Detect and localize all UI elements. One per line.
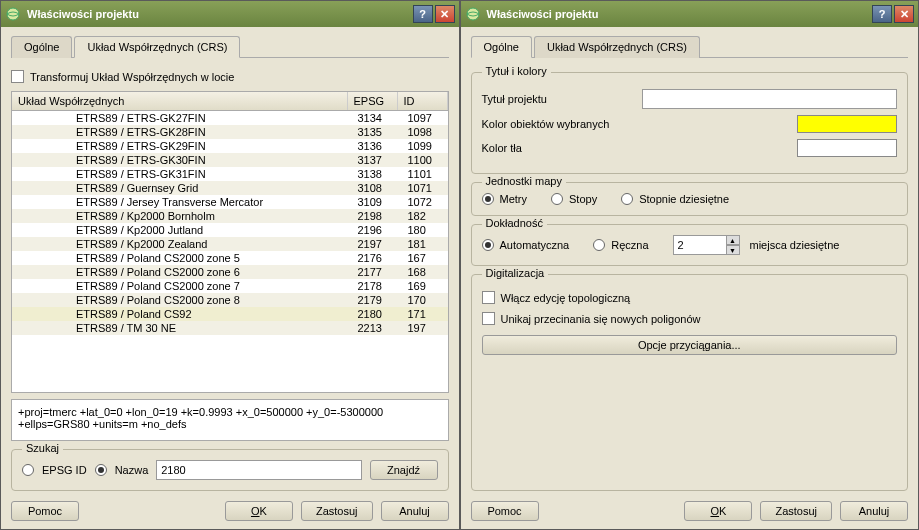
cancel-button[interactable]: Anuluj — [840, 501, 908, 521]
cell-name: ETRS89 / Kp2000 Jutland — [12, 223, 352, 237]
cell-name: ETRS89 / Poland CS2000 zone 5 — [12, 251, 352, 265]
transform-checkbox-row: Transformuj Układ Współrzędnych w locie — [11, 70, 449, 83]
background-color-swatch[interactable] — [797, 139, 897, 157]
table-row[interactable]: ETRS89 / Kp2000 Bornholm2198182 — [12, 209, 448, 223]
dialog-general: Właściwości projektu ? ✕ Ogólne Układ Ws… — [460, 0, 920, 530]
topo-edit-checkbox[interactable] — [482, 291, 495, 304]
radio-decimal[interactable] — [621, 193, 633, 205]
radio-epsg[interactable] — [22, 464, 34, 476]
table-row[interactable]: ETRS89 / ETRS-GK28FIN31351098 — [12, 125, 448, 139]
th-name[interactable]: Układ Współrzędnych — [12, 92, 348, 110]
search-legend: Szukaj — [22, 442, 63, 454]
help-titlebutton[interactable]: ? — [872, 5, 892, 23]
label-sel-color: Kolor obiektów wybranych — [482, 118, 642, 130]
snap-options-button[interactable]: Opcje przyciągania... — [482, 335, 898, 355]
legend-units: Jednostki mapy — [482, 175, 566, 187]
table-row[interactable]: ETRS89 / Poland CS2000 zone 62177168 — [12, 265, 448, 279]
label-bg-color: Kolor tła — [482, 142, 642, 154]
cell-name: ETRS89 / ETRS-GK27FIN — [12, 111, 352, 125]
tab-crs[interactable]: Układ Współrzędnych (CRS) — [74, 36, 240, 58]
selection-color-swatch[interactable] — [797, 115, 897, 133]
table-body[interactable]: ETRS89 / ETRS-GK27FIN31341097ETRS89 / ET… — [12, 111, 448, 392]
help-button[interactable]: Pomoc — [471, 501, 539, 521]
app-icon — [5, 6, 21, 22]
label-avoid-intersect: Unikaj przecinania się nowych poligonów — [501, 313, 701, 325]
close-titlebutton[interactable]: ✕ — [435, 5, 455, 23]
help-button[interactable]: Pomoc — [11, 501, 79, 521]
decimal-places-spinner[interactable]: ▲ ▼ — [673, 235, 740, 255]
title-colors-group: Tytuł i kolory Tytuł projektu Kolor obie… — [471, 72, 909, 174]
cell-epsg: 2177 — [352, 265, 402, 279]
apply-button[interactable]: Zastosuj — [301, 501, 373, 521]
tab-crs[interactable]: Układ Współrzędnych (CRS) — [534, 36, 700, 58]
search-group: Szukaj EPSG ID Nazwa Znajdź — [11, 449, 449, 491]
units-group: Jednostki mapy Metry Stopy Stopnie dzies… — [471, 182, 909, 216]
apply-button[interactable]: Zastosuj — [760, 501, 832, 521]
radio-manual[interactable] — [593, 239, 605, 251]
radio-feet[interactable] — [551, 193, 563, 205]
label-decimal-places: miejsca dziesiętne — [750, 239, 840, 251]
window-title: Właściwości projektu — [487, 8, 871, 20]
table-row[interactable]: ETRS89 / Kp2000 Zealand2197181 — [12, 237, 448, 251]
table-row[interactable]: ETRS89 / Guernsey Grid31081071 — [12, 181, 448, 195]
decimal-places-input[interactable] — [673, 235, 727, 255]
ok-button[interactable]: OK — [225, 501, 293, 521]
table-row[interactable]: ETRS89 / Poland CS922180171 — [12, 307, 448, 321]
cell-id: 181 — [402, 237, 448, 251]
cell-id: 169 — [402, 279, 448, 293]
radio-name[interactable] — [95, 464, 107, 476]
th-id[interactable]: ID — [398, 92, 448, 110]
label-manual: Ręczna — [611, 239, 648, 251]
transform-checkbox[interactable] — [11, 70, 24, 83]
cell-name: ETRS89 / Poland CS2000 zone 8 — [12, 293, 352, 307]
radio-name-label: Nazwa — [115, 464, 149, 476]
legend-digitizing: Digitalizacja — [482, 267, 549, 279]
window-title: Właściwości projektu — [27, 8, 411, 20]
radio-auto[interactable] — [482, 239, 494, 251]
cell-id: 1100 — [402, 153, 448, 167]
titlebar[interactable]: Właściwości projektu ? ✕ — [1, 1, 459, 27]
spin-up-icon[interactable]: ▲ — [726, 235, 740, 245]
avoid-intersect-checkbox[interactable] — [482, 312, 495, 325]
cell-epsg: 2196 — [352, 223, 402, 237]
table-row[interactable]: ETRS89 / Poland CS2000 zone 72178169 — [12, 279, 448, 293]
search-input[interactable] — [156, 460, 361, 480]
table-row[interactable]: ETRS89 / Poland CS2000 zone 52176167 — [12, 251, 448, 265]
table-row[interactable]: ETRS89 / Kp2000 Jutland2196180 — [12, 223, 448, 237]
dialog-buttons: Pomoc OK Zastosuj Anuluj — [471, 501, 909, 521]
svg-point-1 — [467, 8, 479, 20]
tab-bar: Ogólne Układ Współrzędnych (CRS) — [11, 35, 449, 58]
cancel-button[interactable]: Anuluj — [381, 501, 449, 521]
cell-name: ETRS89 / ETRS-GK30FIN — [12, 153, 352, 167]
table-row[interactable]: ETRS89 / ETRS-GK30FIN31371100 — [12, 153, 448, 167]
table-row[interactable]: ETRS89 / ETRS-GK27FIN31341097 — [12, 111, 448, 125]
accuracy-group: Dokładność Automatyczna Ręczna ▲ ▼ miejs… — [471, 224, 909, 266]
spin-down-icon[interactable]: ▼ — [726, 245, 740, 255]
cell-epsg: 2198 — [352, 209, 402, 223]
table-row[interactable]: ETRS89 / Poland CS2000 zone 82179170 — [12, 293, 448, 307]
close-titlebutton[interactable]: ✕ — [894, 5, 914, 23]
table-row[interactable]: ETRS89 / ETRS-GK31FIN31381101 — [12, 167, 448, 181]
cell-name: ETRS89 / ETRS-GK29FIN — [12, 139, 352, 153]
ok-button[interactable]: OK — [684, 501, 752, 521]
titlebar[interactable]: Właściwości projektu ? ✕ — [461, 1, 919, 27]
tab-general[interactable]: Ogólne — [11, 36, 72, 58]
table-row[interactable]: ETRS89 / TM 30 NE2213197 — [12, 321, 448, 335]
label-topo-edit: Włącz edycję topologiczną — [501, 292, 631, 304]
find-button[interactable]: Znajdź — [370, 460, 438, 480]
cell-epsg: 3134 — [352, 111, 402, 125]
tab-general[interactable]: Ogólne — [471, 36, 532, 58]
project-title-input[interactable] — [642, 89, 898, 109]
radio-meters[interactable] — [482, 193, 494, 205]
cell-name: ETRS89 / Jersey Transverse Mercator — [12, 195, 352, 209]
table-row[interactable]: ETRS89 / Jersey Transverse Mercator31091… — [12, 195, 448, 209]
radio-epsg-label: EPSG ID — [42, 464, 87, 476]
help-titlebutton[interactable]: ? — [413, 5, 433, 23]
table-row[interactable]: ETRS89 / ETRS-GK29FIN31361099 — [12, 139, 448, 153]
cell-id: 180 — [402, 223, 448, 237]
svg-point-0 — [7, 8, 19, 20]
th-epsg[interactable]: EPSG — [348, 92, 398, 110]
cell-id: 182 — [402, 209, 448, 223]
app-icon — [465, 6, 481, 22]
cell-name: ETRS89 / Poland CS2000 zone 6 — [12, 265, 352, 279]
